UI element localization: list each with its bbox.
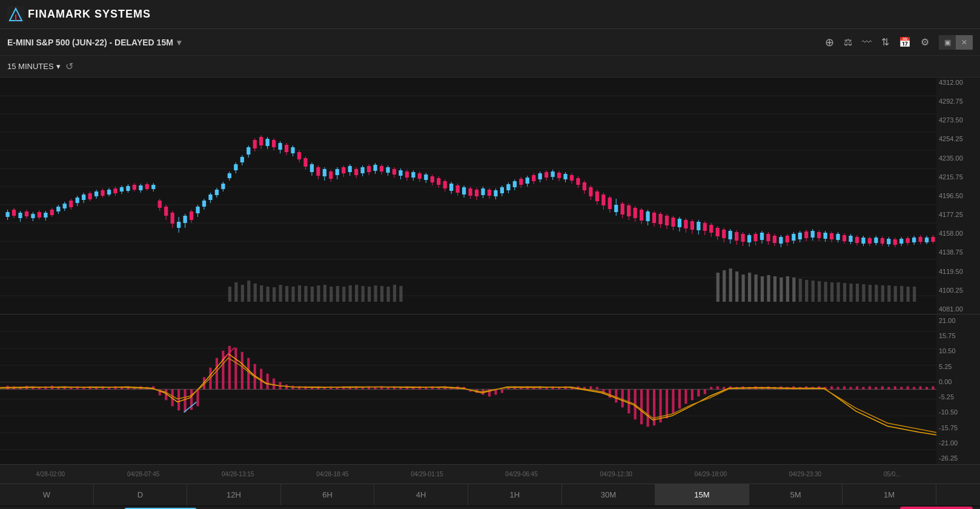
svg-rect-307 [925, 238, 929, 242]
svg-rect-221 [652, 213, 656, 223]
svg-rect-333 [285, 286, 288, 302]
tf-button-12h[interactable]: 12H [187, 484, 281, 505]
svg-rect-532 [881, 387, 884, 390]
svg-rect-77 [196, 207, 199, 213]
svg-rect-233 [690, 221, 694, 230]
svg-rect-267 [798, 233, 802, 239]
svg-rect-504 [704, 390, 706, 394]
indicator-panel: Sell Buy 21.00 15.75 10.50 5.25 0.00 -5.… [0, 314, 980, 464]
tf-button-15m[interactable]: 15M [655, 484, 749, 505]
tf-button-1h[interactable]: 1H [468, 484, 562, 505]
svg-rect-331 [273, 287, 276, 302]
crosshair-icon[interactable]: ⊕ [825, 36, 834, 49]
svg-rect-151 [431, 176, 434, 182]
svg-rect-536 [907, 387, 909, 390]
svg-rect-499 [672, 390, 674, 414]
svg-rect-239 [709, 225, 713, 233]
svg-rect-103 [278, 143, 282, 150]
svg-rect-23 [25, 211, 28, 216]
svg-rect-350 [393, 285, 396, 302]
svg-rect-255 [760, 233, 764, 240]
svg-rect-219 [646, 211, 649, 221]
sell-market-button[interactable]: SELLMARKET [900, 507, 973, 509]
svg-rect-377 [875, 285, 878, 302]
svg-rect-283 [849, 236, 852, 242]
tf-button-6h[interactable]: 6H [281, 484, 375, 505]
tf-button-w[interactable]: W [0, 484, 94, 505]
svg-rect-189 [551, 171, 554, 177]
close-button[interactable]: ✕ [956, 35, 973, 50]
svg-rect-332 [279, 285, 282, 302]
svg-rect-430 [234, 348, 237, 390]
tf-button-5m[interactable]: 5M [749, 484, 843, 505]
svg-rect-223 [658, 214, 662, 224]
svg-rect-353 [723, 270, 726, 302]
svg-rect-506 [717, 387, 719, 390]
svg-rect-161 [462, 187, 466, 195]
time-axis: 4/28-02:00 04/28-07:45 04/28-13:15 04/28… [0, 464, 980, 484]
trading-panel: Quantity 1 ▾ 1-Click Trade DAY GTC ON OF… [0, 505, 980, 509]
svg-rect-372 [843, 283, 846, 302]
svg-rect-253 [753, 234, 757, 241]
svg-rect-173 [500, 187, 504, 193]
svg-rect-339 [323, 285, 326, 302]
svg-rect-17 [5, 212, 9, 217]
tf-button-30m[interactable]: 30M [562, 484, 656, 505]
dropdown-arrow-icon[interactable]: ▾ [177, 38, 181, 47]
svg-rect-71 [177, 222, 180, 228]
svg-rect-87 [228, 173, 231, 178]
svg-rect-207 [608, 198, 612, 209]
svg-rect-55 [126, 186, 130, 191]
refresh-icon[interactable]: ↺ [65, 61, 73, 72]
svg-rect-361 [773, 276, 776, 302]
svg-rect-486 [589, 387, 592, 390]
svg-rect-235 [697, 222, 700, 230]
svg-rect-79 [202, 201, 206, 207]
svg-rect-291 [874, 238, 878, 243]
svg-rect-85 [221, 184, 225, 189]
svg-rect-277 [830, 233, 833, 239]
svg-rect-61 [145, 184, 149, 189]
svg-rect-342 [342, 287, 345, 302]
svg-rect-494 [640, 390, 643, 425]
svg-rect-127 [354, 169, 358, 175]
svg-rect-33 [56, 207, 60, 211]
svg-rect-259 [773, 236, 776, 243]
tf-button-1m[interactable]: 1M [843, 484, 936, 505]
timeframe-selector[interactable]: 15 MINUTES ▾ [7, 62, 61, 71]
tf-button-4h[interactable]: 4H [374, 484, 468, 505]
svg-rect-163 [468, 188, 472, 196]
svg-rect-113 [310, 164, 314, 172]
svg-rect-497 [659, 390, 661, 423]
svg-rect-209 [614, 205, 618, 212]
settings-icon[interactable]: ⚙ [921, 36, 929, 48]
calendar-icon[interactable]: 📅 [899, 36, 911, 48]
svg-rect-381 [900, 286, 903, 302]
svg-rect-293 [881, 238, 884, 244]
svg-rect-217 [640, 210, 643, 221]
layers-icon[interactable]: ⇅ [881, 36, 889, 48]
svg-rect-201 [589, 187, 592, 196]
svg-rect-345 [362, 286, 365, 302]
svg-rect-99 [266, 139, 270, 146]
svg-rect-348 [380, 286, 383, 302]
svg-rect-271 [811, 231, 815, 238]
logo: FINAMARK SYSTEMS [7, 6, 151, 23]
chart-controls: ⊕ ⚖ 〰 ⇅ 📅 ⚙ ▣ ✕ [825, 35, 973, 50]
svg-rect-231 [684, 220, 687, 228]
line-chart-icon[interactable]: 〰 [862, 37, 872, 48]
svg-rect-245 [729, 231, 732, 239]
svg-rect-285 [855, 237, 859, 243]
svg-rect-340 [329, 287, 333, 302]
chart-title-text: E-MINI S&P 500 (JUN-22) - DELAYED 15M [7, 38, 173, 47]
svg-rect-109 [297, 152, 301, 159]
tf-button-d[interactable]: D [94, 484, 188, 505]
svg-rect-175 [506, 184, 510, 190]
svg-rect-25 [31, 214, 35, 218]
restore-button[interactable]: ▣ [939, 35, 956, 50]
svg-rect-135 [380, 166, 383, 171]
svg-rect-193 [563, 174, 567, 179]
svg-rect-155 [443, 181, 447, 188]
svg-rect-341 [336, 286, 339, 302]
depth-icon[interactable]: ⚖ [844, 36, 852, 48]
